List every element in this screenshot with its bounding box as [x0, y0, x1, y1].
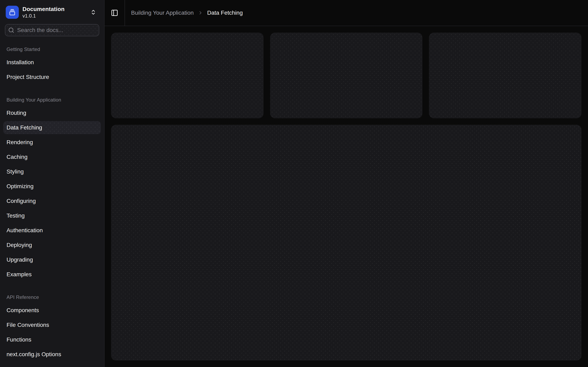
- sidebar-toggle-button[interactable]: [107, 6, 122, 20]
- sidebar-item-caching[interactable]: Caching: [3, 150, 101, 164]
- breadcrumb-parent-link[interactable]: Building Your Application: [131, 9, 194, 16]
- search-input[interactable]: [5, 24, 99, 36]
- sidebar-item-testing[interactable]: Testing: [3, 209, 101, 222]
- app-logo: [6, 6, 19, 19]
- app-version: v1.0.1: [22, 13, 65, 19]
- placeholder-card: [111, 33, 264, 118]
- search-box: [5, 24, 99, 36]
- sidebar-nav: Getting StartedInstallationProject Struc…: [3, 43, 101, 361]
- nav-group-label: API Reference: [3, 291, 101, 304]
- chevron-right-icon: [198, 10, 203, 16]
- sidebar-item-optimizing[interactable]: Optimizing: [3, 180, 101, 193]
- nav-menu: RoutingData FetchingRenderingCachingStyl…: [3, 106, 101, 281]
- sidebar-item-components[interactable]: Components: [3, 304, 101, 317]
- team-text: Documentation v1.0.1: [22, 6, 65, 19]
- sidebar-item-routing[interactable]: Routing: [3, 106, 101, 119]
- nav-group-building-your-application: Building Your ApplicationRoutingData Fet…: [3, 93, 101, 281]
- breadcrumb: Building Your Application Data Fetching: [125, 0, 243, 26]
- sidebar-item-deploying[interactable]: Deploying: [3, 239, 101, 252]
- sidebar-item-project-structure[interactable]: Project Structure: [3, 71, 101, 83]
- nav-group-getting-started: Getting StartedInstallationProject Struc…: [3, 43, 101, 83]
- sidebar-item-styling[interactable]: Styling: [3, 165, 101, 178]
- placeholder-card: [429, 33, 581, 118]
- nav-menu: InstallationProject Structure: [3, 56, 101, 83]
- panel-left-icon: [111, 9, 118, 17]
- main-area: Building Your Application Data Fetching: [104, 0, 588, 367]
- sidebar-item-file-conventions[interactable]: File Conventions: [3, 318, 101, 332]
- nav-group-label: Building Your Application: [3, 93, 101, 106]
- sidebar-item-rendering[interactable]: Rendering: [3, 136, 101, 149]
- nav-menu: ComponentsFile ConventionsFunctionsnext.…: [3, 304, 101, 361]
- sidebar-item-upgrading[interactable]: Upgrading: [3, 253, 101, 266]
- sidebar: Documentation v1.0.1 Getting StartedInst…: [0, 0, 104, 367]
- placeholder-card: [270, 33, 423, 118]
- sidebar-item-authentication[interactable]: Authentication: [3, 224, 101, 237]
- gallery-vertical-end-icon: [9, 9, 16, 16]
- chevrons-up-down-icon: [90, 9, 96, 15]
- sidebar-item-configuring[interactable]: Configuring: [3, 194, 101, 208]
- app-title: Documentation: [22, 6, 65, 12]
- app-root: Documentation v1.0.1 Getting StartedInst…: [0, 0, 588, 367]
- sidebar-item-examples[interactable]: Examples: [3, 268, 101, 281]
- sidebar-item-functions[interactable]: Functions: [3, 333, 101, 346]
- placeholder-cards-row: [111, 33, 581, 118]
- content: [104, 26, 588, 367]
- nav-group-api-reference: API ReferenceComponentsFile ConventionsF…: [3, 291, 101, 361]
- nav-group-label: Getting Started: [3, 43, 101, 56]
- sidebar-item-next-config-js-options[interactable]: next.config.js Options: [3, 348, 101, 361]
- sidebar-item-data-fetching[interactable]: Data Fetching: [3, 121, 101, 134]
- main-header: Building Your Application Data Fetching: [104, 0, 588, 26]
- header-toggle-zone: [104, 0, 125, 26]
- breadcrumb-current: Data Fetching: [207, 9, 243, 16]
- sidebar-item-installation[interactable]: Installation: [3, 56, 101, 69]
- placeholder-panel: [111, 125, 581, 360]
- team-switcher-button[interactable]: Documentation v1.0.1: [3, 3, 101, 21]
